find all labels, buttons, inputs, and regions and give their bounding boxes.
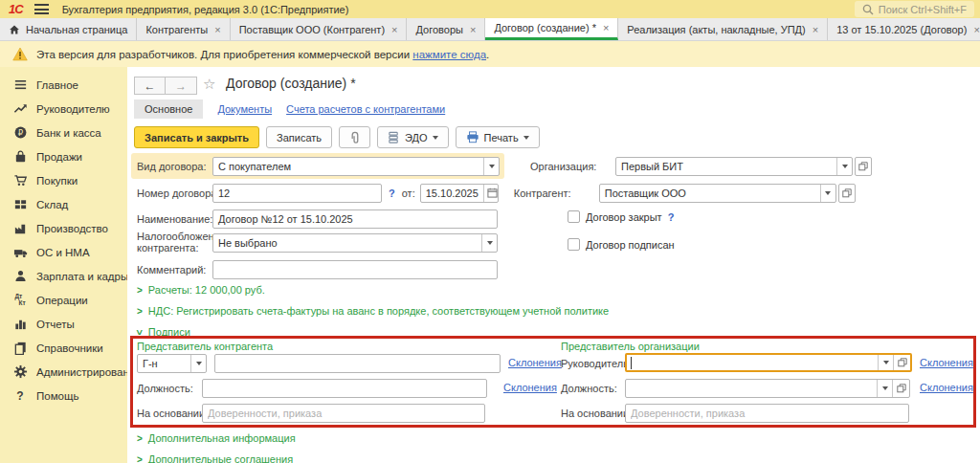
tab-contract-13[interactable]: 13 от 15.10.2025 (Договор) × [828, 18, 980, 40]
checkbox-icon[interactable] [568, 238, 580, 251]
salutation-select[interactable]: Г-н [137, 354, 207, 373]
tab-counterparties[interactable]: Контрагенты × [137, 18, 230, 40]
tab-realization[interactable]: Реализация (акты, накладные, УПД) × [618, 18, 828, 40]
dropdown-arrow-icon[interactable] [481, 234, 497, 252]
sidebar-item-sales[interactable]: Продажи [0, 144, 127, 168]
gear-icon [12, 364, 28, 380]
help-icon[interactable]: ? [389, 187, 395, 199]
save-button[interactable]: Записать [266, 126, 332, 148]
section-more-info[interactable]: > Дополнительная информация [137, 432, 296, 444]
sidebar-item-directories[interactable]: Справочники [0, 336, 127, 360]
sidebar-item-warehouse[interactable]: Склад [0, 192, 127, 216]
section-vat[interactable]: > НДС: Регистрировать счета-фактуры на а… [137, 305, 609, 317]
dtkt-icon: ДтКт [12, 293, 28, 308]
sidebar-item-fixed-assets[interactable]: ОС и НМА [0, 240, 127, 264]
basis-input[interactable] [203, 405, 484, 422]
tab-documents[interactable]: Документы [217, 103, 272, 115]
tab-main-section[interactable]: Основное [134, 99, 203, 119]
tab-supplier[interactable]: Поставщик ООО (Контрагент) × [231, 18, 408, 40]
sidebar-item-production[interactable]: Производство [0, 216, 127, 240]
sidebar-item-administration[interactable]: Администрирование [0, 360, 127, 384]
buy-commercial-link[interactable]: нажмите сюда [412, 49, 486, 60]
contract-name-field[interactable]: Договор №12 от 15.10.2025 [212, 209, 498, 229]
declension-link[interactable]: Склонения [508, 357, 562, 368]
sidebar-item-bank-cash[interactable]: ₽ Банк и касса [0, 121, 127, 144]
comment-field[interactable] [212, 260, 498, 279]
section-more-agreements[interactable]: > Дополнительные соглашения [137, 453, 293, 463]
calendar-icon[interactable] [483, 185, 499, 202]
close-icon[interactable]: × [813, 24, 818, 35]
organization-basis-field[interactable] [625, 404, 909, 423]
dropdown-arrow-icon[interactable] [820, 185, 835, 202]
global-search[interactable]: Поиск Ctrl+Shift+F [855, 1, 974, 17]
question-icon: ? [12, 388, 28, 404]
basis-label: На основании: [561, 408, 632, 419]
sidebar-item-help[interactable]: ? Помощь [0, 384, 127, 408]
edo-icon [388, 131, 400, 143]
sidebar-item-main[interactable]: Главное [0, 73, 127, 97]
declension-link[interactable]: Склонения [920, 382, 973, 393]
contract-signed-checkbox[interactable]: Договор подписан [568, 238, 675, 251]
counterparty-representative-title: Представитель контрагента [137, 341, 273, 352]
form-nav: Основное Документы Счета расчетов с конт… [134, 99, 445, 119]
form-toolbar: Записать и закрыть Записать ЭДО Печать [134, 126, 540, 148]
counterparty-representative-field[interactable] [214, 354, 501, 373]
sidebar-item-salary-hr[interactable]: Зарплата и кадры [0, 264, 127, 288]
print-button[interactable]: Печать [456, 126, 540, 148]
sidebar-item-reports[interactable]: Отчеты [0, 312, 127, 336]
help-icon[interactable]: ? [668, 211, 675, 223]
close-icon[interactable]: × [603, 22, 609, 33]
back-button[interactable]: ← [134, 77, 166, 95]
close-icon[interactable]: × [973, 24, 979, 35]
contract-closed-checkbox[interactable]: Договор закрыт ? [568, 210, 674, 223]
dropdown-arrow-icon[interactable] [190, 355, 206, 372]
chevron-right-icon: > [137, 454, 143, 463]
edo-button[interactable]: ЭДО [377, 126, 449, 148]
counterparty-position-field[interactable] [202, 379, 487, 398]
main-menu-icon[interactable] [34, 4, 49, 14]
close-icon[interactable]: × [214, 24, 220, 35]
chevron-down-icon [433, 136, 438, 140]
open-icon[interactable] [892, 380, 909, 397]
open-icon[interactable] [838, 184, 856, 203]
save-and-close-button[interactable]: Записать и закрыть [134, 126, 259, 148]
tab-label: Начальная страница [26, 24, 127, 35]
open-icon[interactable] [893, 355, 910, 370]
favorite-star-icon[interactable]: ☆ [203, 76, 215, 93]
taxation-select[interactable]: Не выбрано [212, 233, 498, 253]
forward-icon: → [175, 79, 187, 93]
organization-select[interactable]: Первый БИТ [615, 157, 853, 176]
attachments-button[interactable] [339, 126, 370, 148]
basis-input[interactable] [626, 405, 908, 422]
counterparty-basis-field[interactable] [202, 404, 485, 423]
back-icon: ← [145, 79, 156, 93]
dropdown-arrow-icon[interactable] [483, 158, 499, 175]
sidebar-item-purchases[interactable]: Покупки [0, 168, 127, 192]
tab-settlement-accounts[interactable]: Счета расчетов с контрагентами [286, 103, 445, 115]
dropdown-arrow-icon[interactable] [877, 380, 892, 397]
sidebar-item-operations[interactable]: ДтКт Операции [0, 288, 127, 312]
dropdown-arrow-icon[interactable] [878, 355, 893, 370]
declension-link[interactable]: Склонения [920, 357, 973, 368]
contract-date-field[interactable]: 15.10.2025 [420, 184, 499, 203]
tab-contract-new[interactable]: Договор (создание) * × [485, 18, 618, 40]
head-select-focused[interactable] [625, 353, 912, 372]
declension-link[interactable]: Склонения [503, 382, 557, 393]
sidebar-item-manager[interactable]: Руководителю [0, 97, 127, 121]
open-windows-tabbar: Начальная страница Контрагенты × Поставщ… [0, 18, 980, 41]
tab-home[interactable]: Начальная страница [0, 18, 137, 40]
date-prefix-label: от: [402, 187, 415, 199]
contract-number-label: Номер договора: [137, 187, 212, 199]
contract-number-field[interactable]: 12 [212, 184, 382, 203]
close-icon[interactable]: × [470, 24, 476, 35]
contract-type-select[interactable]: С покупателем [212, 157, 500, 176]
section-payments[interactable]: > Расчеты: 12 000,00 руб. [137, 284, 265, 296]
forward-button[interactable]: → [166, 77, 197, 95]
organization-position-select[interactable] [625, 379, 910, 398]
checkbox-icon[interactable] [568, 210, 580, 223]
counterparty-select[interactable]: Поставщик ООО [599, 184, 836, 203]
open-icon[interactable] [855, 157, 872, 176]
tab-contracts[interactable]: Договоры × [407, 18, 485, 40]
dropdown-arrow-icon[interactable] [836, 158, 852, 175]
close-icon[interactable]: × [391, 24, 397, 35]
